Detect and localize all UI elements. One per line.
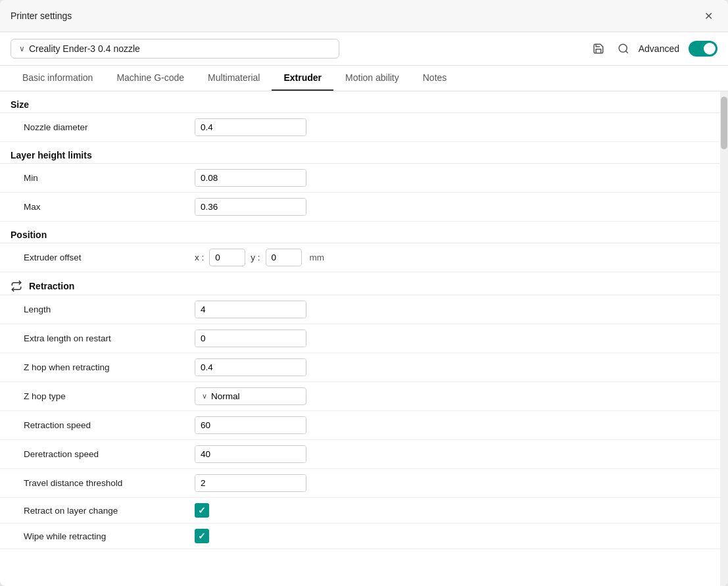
close-button[interactable]: ✕ (699, 7, 717, 25)
offset-unit: mm (310, 253, 325, 262)
printer-settings-dialog: Printer settings ✕ ∨ Creality Ender-3 0.… (0, 0, 728, 586)
toolbar: ∨ Creality Ender-3 0.4 nozzle Advanced (0, 32, 728, 66)
section-position-title: Position (11, 230, 47, 240)
section-retraction-title: Retraction (29, 281, 74, 291)
retraction-length-label: Length (24, 305, 195, 314)
deretraction-speed-input[interactable] (195, 446, 306, 462)
max-layer-input[interactable] (195, 199, 306, 215)
svg-line-1 (625, 51, 627, 53)
wipe-retracting-checkbox[interactable]: ✓ (195, 529, 209, 543)
min-layer-value: mm (195, 169, 306, 187)
advanced-toggle[interactable] (689, 41, 717, 57)
retraction-speed-input-wrapper: mm/s (195, 416, 306, 434)
field-z-hop-type: Z hop type ∨ Normal (0, 382, 720, 411)
field-min-layer-height: Min mm (0, 164, 720, 193)
section-retraction-header: Retraction (0, 272, 720, 295)
field-extruder-offset: Extruder offset x : y : mm (0, 243, 720, 272)
section-position-header: Position (0, 222, 720, 243)
z-hop-retracting-value: mm (195, 358, 306, 376)
deretraction-speed-label: Deretraction speed (24, 449, 195, 459)
extra-length-restart-value: mm (195, 330, 306, 347)
toolbar-icons: Advanced (589, 39, 717, 59)
nozzle-diameter-label: Nozzle diameter (24, 122, 195, 132)
wipe-retracting-value: ✓ (195, 529, 209, 543)
title-bar: Printer settings ✕ (0, 0, 728, 32)
max-layer-label: Max (24, 202, 195, 212)
retraction-length-input-wrapper: mm (195, 301, 306, 318)
chevron-icon: ∨ (19, 44, 25, 53)
extruder-offset-x-input[interactable] (209, 249, 245, 266)
min-layer-input[interactable] (195, 170, 306, 186)
field-nozzle-diameter: Nozzle diameter mm (0, 113, 720, 142)
nozzle-diameter-input-wrapper: mm (195, 118, 306, 136)
deretraction-speed-value: mm/s (195, 445, 306, 463)
field-travel-distance-threshold: Travel distance threshold mm (0, 469, 720, 498)
tab-notes[interactable]: Notes (411, 66, 459, 91)
max-layer-value: mm (195, 198, 306, 216)
retract-layer-change-checkbox[interactable]: ✓ (195, 503, 209, 518)
field-wipe-retracting: Wipe while retracting ✓ (0, 524, 720, 549)
max-layer-input-wrapper: mm (195, 198, 306, 216)
x-label: x : (195, 253, 204, 262)
field-extra-length-restart: Extra length on restart mm (0, 324, 720, 353)
deretraction-speed-input-wrapper: mm/s (195, 445, 306, 463)
retraction-speed-value: mm/s (195, 416, 306, 434)
nozzle-diameter-input[interactable] (195, 119, 306, 135)
tab-machine-gcode[interactable]: Machine G-code (105, 66, 196, 91)
travel-distance-threshold-value: mm (195, 474, 306, 492)
retraction-speed-input[interactable] (195, 417, 306, 433)
travel-distance-threshold-input[interactable] (195, 475, 306, 491)
wipe-retracting-label: Wipe while retracting (24, 531, 195, 541)
tab-extruder[interactable]: Extruder (272, 66, 333, 91)
retract-layer-change-value: ✓ (195, 503, 209, 518)
tab-basic-information[interactable]: Basic information (11, 66, 105, 91)
min-layer-input-wrapper: mm (195, 169, 306, 187)
content-area: Size Nozzle diameter mm Layer height lim… (0, 91, 728, 586)
travel-distance-threshold-input-wrapper: mm (195, 474, 306, 492)
tab-multimaterial[interactable]: Multimaterial (196, 66, 272, 91)
retraction-icon (11, 280, 22, 292)
svg-point-0 (619, 44, 627, 52)
extruder-offset-label: Extruder offset (24, 253, 195, 262)
extra-length-restart-input-wrapper: mm (195, 330, 306, 347)
dialog-title: Printer settings (11, 11, 72, 21)
extra-length-restart-input[interactable] (195, 330, 306, 347)
field-deretraction-speed: Deretraction speed mm/s (0, 440, 720, 469)
field-max-layer-height: Max mm (0, 193, 720, 222)
section-size-header: Size (0, 91, 720, 113)
nozzle-diameter-value: mm (195, 118, 306, 136)
search-icon-button[interactable] (614, 39, 633, 59)
save-icon-button[interactable] (589, 39, 608, 59)
section-layer-height-header: Layer height limits (0, 142, 720, 164)
field-z-hop-retracting: Z hop when retracting mm (0, 353, 720, 382)
check-icon: ✓ (198, 505, 206, 516)
main-content: Size Nozzle diameter mm Layer height lim… (0, 91, 720, 586)
z-hop-retracting-label: Z hop when retracting (24, 362, 195, 372)
z-hop-type-label: Z hop type (24, 391, 195, 401)
field-retraction-speed: Retraction speed mm/s (0, 411, 720, 440)
extruder-offset-coords: x : y : mm (195, 249, 324, 266)
tab-motion-ability[interactable]: Motion ability (333, 66, 411, 91)
profile-selector[interactable]: ∨ Creality Ender-3 0.4 nozzle (11, 39, 339, 59)
search-icon (618, 43, 629, 55)
z-hop-type-dropdown[interactable]: ∨ Normal (195, 387, 306, 405)
y-label: y : (251, 253, 260, 262)
field-retract-layer-change: Retract on layer change ✓ (0, 498, 720, 524)
extruder-offset-value: x : y : mm (195, 249, 324, 266)
min-layer-label: Min (24, 173, 195, 183)
retraction-length-input[interactable] (195, 301, 306, 318)
extruder-offset-y-input[interactable] (266, 249, 302, 266)
advanced-label: Advanced (639, 43, 679, 54)
field-retraction-length: Length mm (0, 295, 720, 324)
retraction-speed-label: Retraction speed (24, 420, 195, 430)
scrollbar-thumb[interactable] (721, 97, 727, 149)
section-layer-height-title: Layer height limits (11, 150, 92, 160)
check-icon-2: ✓ (198, 531, 206, 541)
section-size-title: Size (11, 99, 29, 110)
profile-name: Creality Ender-3 0.4 nozzle (29, 43, 140, 54)
dropdown-chevron-icon: ∨ (202, 392, 207, 401)
z-hop-retracting-input[interactable] (195, 359, 306, 376)
extra-length-restart-label: Extra length on restart (24, 333, 195, 343)
z-hop-retracting-input-wrapper: mm (195, 358, 306, 376)
retract-layer-change-label: Retract on layer change (24, 506, 195, 516)
